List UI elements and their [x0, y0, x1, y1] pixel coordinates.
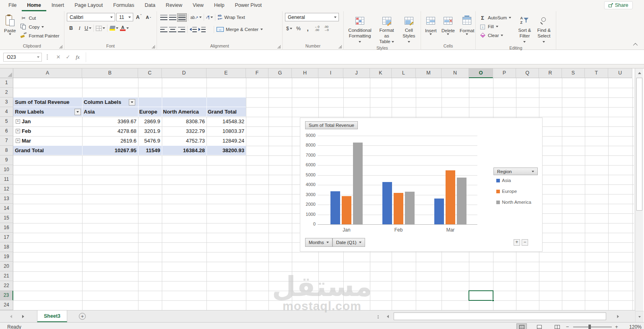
column-header-l[interactable]: L — [392, 68, 416, 78]
ribbon-tab-power-pivot[interactable]: Power Pivot — [229, 0, 267, 11]
normal-view-button[interactable] — [516, 323, 527, 329]
format-as-table-button[interactable]: Format asTable — [375, 13, 398, 45]
number-format-combo[interactable]: General — [285, 13, 339, 21]
zoom-level[interactable]: 120% — [623, 324, 642, 329]
row-header-24[interactable]: 24 — [0, 300, 13, 310]
column-header-k[interactable]: K — [370, 68, 392, 78]
row-header-4[interactable]: 4 — [0, 107, 13, 117]
delete-cells-button[interactable]: ✕ Delete — [440, 13, 456, 43]
cancel-icon[interactable]: ✕ — [54, 54, 63, 60]
column-header-h[interactable]: H — [292, 68, 318, 78]
ribbon-tab-home[interactable]: Home — [22, 0, 46, 11]
column-header-m[interactable]: M — [416, 68, 442, 78]
expand-button[interactable]: + — [16, 119, 20, 124]
row-header-3[interactable]: 3 — [0, 97, 13, 107]
pivot-value-cell[interactable]: 8308.76 — [163, 117, 205, 126]
expand-button[interactable]: + — [16, 129, 20, 133]
paste-button[interactable]: Paste — [2, 13, 17, 43]
pivot-row-label[interactable]: Feb — [22, 126, 31, 136]
comma-style-button[interactable]: , — [303, 24, 312, 33]
increase-indent-button[interactable] — [198, 25, 206, 34]
ribbon-tab-view[interactable]: View — [188, 0, 209, 11]
alignment-dialog-launcher[interactable] — [277, 45, 281, 48]
select-all-corner[interactable] — [0, 68, 13, 78]
row-header-2[interactable]: 2 — [0, 88, 13, 97]
share-button[interactable]: ↗ Share — [604, 1, 633, 9]
row-header-6[interactable]: 6 — [0, 126, 13, 136]
chart-expand-button[interactable]: + — [514, 239, 520, 246]
hscroll-left-arrow[interactable] — [382, 310, 393, 323]
pivot-value-cell[interactable]: 2619.6 — [83, 136, 136, 146]
page-layout-view-button[interactable] — [534, 323, 545, 329]
formula-input[interactable] — [86, 52, 642, 62]
pivot-grand-total-value[interactable]: 16384.28 — [163, 146, 205, 155]
column-header-t[interactable]: T — [585, 68, 608, 78]
ribbon-tab-page-layout[interactable]: Page Layout — [69, 0, 108, 11]
scroll-down-arrow[interactable] — [636, 311, 644, 322]
name-box-splitter[interactable] — [47, 56, 48, 58]
chart-axis-field-button-date[interactable]: Date (Q1) — [332, 238, 365, 247]
ribbon-tab-formulas[interactable]: Formulas — [108, 0, 139, 11]
column-labels-filter-button[interactable] — [129, 99, 135, 106]
enter-icon[interactable]: ✓ — [63, 54, 73, 60]
row-header-9[interactable]: 9 — [0, 155, 13, 165]
column-header-q[interactable]: Q — [516, 68, 539, 78]
column-header-j[interactable]: J — [343, 68, 370, 78]
cut-button[interactable]: ✂Cut — [19, 14, 60, 23]
wrap-text-button[interactable]: abc↩Wrap Text — [217, 13, 246, 22]
row-header-16[interactable]: 16 — [0, 223, 13, 233]
percent-style-button[interactable]: % — [294, 24, 303, 33]
expand-button[interactable]: + — [16, 139, 20, 143]
column-header-u[interactable]: U — [608, 68, 632, 78]
decrease-decimal-button[interactable]: .00→0 — [322, 24, 330, 33]
ribbon-tab-help[interactable]: Help — [209, 0, 230, 11]
pivot-value-cell[interactable]: 4278.68 — [83, 126, 136, 136]
pivot-value-cell[interactable]: 10803.37 — [207, 126, 244, 136]
column-header-g[interactable]: G — [268, 68, 292, 78]
row-header-1[interactable]: 1 — [0, 78, 13, 88]
fill-handle[interactable] — [492, 299, 494, 302]
row-labels-filter-button[interactable] — [74, 109, 81, 115]
row-header-21[interactable]: 21 — [0, 271, 13, 281]
increase-font-size-button[interactable]: Aˆ — [134, 13, 143, 21]
pivot-value-cell[interactable]: 5476.9 — [139, 136, 160, 146]
chart-legend-field-button[interactable]: Region — [493, 168, 538, 175]
row-header-17[interactable]: 17 — [0, 233, 13, 242]
cell-styles-button[interactable]: CellStyles — [400, 13, 418, 45]
copy-button[interactable]: Copy — [19, 23, 60, 31]
borders-button[interactable] — [95, 24, 106, 33]
format-cells-button[interactable]: Format — [458, 13, 476, 43]
pivot-row-label[interactable]: Jan — [22, 117, 31, 126]
scroll-up-arrow[interactable] — [636, 68, 644, 77]
zoom-slider-thumb[interactable] — [588, 325, 591, 329]
pivot-value-field-cell[interactable]: Sum of Total Revenue — [15, 97, 70, 107]
column-header-r[interactable]: R — [539, 68, 562, 78]
clipboard-dialog-launcher[interactable] — [59, 45, 62, 48]
autosum-button[interactable]: ΣAutoSum — [478, 13, 515, 22]
row-header-10[interactable]: 10 — [0, 165, 13, 175]
decrease-font-size-button[interactable]: Aˇ — [144, 13, 153, 21]
vertical-scroll-thumb[interactable] — [636, 78, 642, 211]
name-box[interactable]: O23 — [3, 53, 42, 62]
align-left-button[interactable] — [159, 25, 168, 34]
pivot-column-header[interactable]: Grand Total — [208, 107, 237, 117]
column-header-n[interactable]: N — [442, 68, 469, 78]
ribbon-tab-review[interactable]: Review — [161, 0, 188, 11]
pivot-column-header[interactable]: North America — [163, 107, 199, 117]
align-center-button[interactable] — [168, 25, 177, 34]
ribbon-tab-data[interactable]: Data — [139, 0, 160, 11]
pivot-grand-total-label[interactable]: Grand Total — [15, 146, 44, 155]
fill-button[interactable]: ↓Fill — [478, 22, 515, 31]
pivot-row-label[interactable]: Mar — [22, 136, 31, 146]
row-header-15[interactable]: 15 — [0, 213, 13, 223]
pivot-value-cell[interactable]: 3201.9 — [139, 126, 160, 136]
column-header-f[interactable]: F — [246, 68, 268, 78]
vertical-scrollbar[interactable] — [635, 68, 643, 322]
sort-filter-button[interactable]: AZ Sort &Filter — [516, 13, 533, 45]
merge-center-button[interactable]: ↔Merge & Center — [215, 25, 264, 34]
text-direction-button[interactable]: ›¶ — [205, 13, 214, 22]
next-sheet-button[interactable] — [18, 310, 28, 323]
pivot-column-header[interactable]: Europe — [139, 107, 157, 117]
pivot-grand-total-value[interactable]: 11549 — [139, 146, 160, 155]
row-header-14[interactable]: 14 — [0, 204, 13, 213]
